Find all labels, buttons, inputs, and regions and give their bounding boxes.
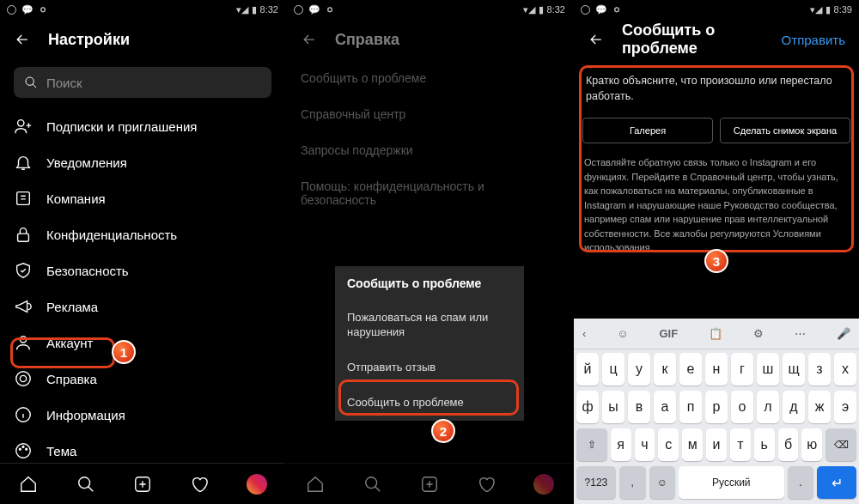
key-letter[interactable]: ц <box>602 353 624 386</box>
page-title: Сообщить о проблеме <box>622 21 765 58</box>
send-button[interactable]: Отправить <box>782 33 845 47</box>
back-icon[interactable] <box>14 31 31 48</box>
key-letter[interactable]: м <box>682 428 703 461</box>
user-plus-icon <box>14 117 33 136</box>
back-icon[interactable] <box>301 31 318 48</box>
key-space[interactable]: Русский <box>679 466 783 499</box>
key-letter[interactable]: о <box>731 391 753 423</box>
svg-point-6 <box>20 375 26 381</box>
heart-icon[interactable] <box>476 474 497 495</box>
key-letter[interactable]: ы <box>602 391 624 423</box>
key-letter[interactable]: ф <box>576 391 599 423</box>
key-letter[interactable]: ш <box>757 353 779 386</box>
key-letter[interactable]: з <box>808 353 831 386</box>
key-letter[interactable]: и <box>706 428 727 461</box>
key-letter[interactable]: й <box>576 353 599 386</box>
building-icon <box>14 189 33 208</box>
key-letter[interactable]: ж <box>808 391 831 423</box>
help-item-requests[interactable]: Запросы поддержки <box>287 132 572 168</box>
key-comma[interactable]: , <box>619 466 646 499</box>
help-icon <box>14 369 33 388</box>
popup-spam[interactable]: Пожаловаться на спам или нарушения <box>335 301 524 350</box>
menu-info[interactable]: Информация <box>0 397 285 433</box>
menu-privacy[interactable]: Конфиденциальность <box>0 216 285 252</box>
menu-notifications[interactable]: Уведомления <box>0 144 285 180</box>
page-title: Справка <box>335 31 558 49</box>
report-description: Оставляйте обратную связь только о Insta… <box>582 152 850 258</box>
key-letter[interactable]: у <box>628 353 650 386</box>
badge-3: 3 <box>704 249 728 273</box>
kb-settings-icon[interactable]: ⚙ <box>753 327 764 340</box>
menu-subscriptions[interactable]: Подписки и приглашения <box>0 108 285 144</box>
kb-chevron-icon[interactable]: ‹ <box>582 327 586 340</box>
keyboard[interactable]: ‹ ☺ GIF 📋 ⚙ ⋯ 🎤 йцукенгшщзх фывапролджэ … <box>574 319 859 504</box>
statusbar: 💬⭘ ▾◢▮8:32 <box>0 0 285 19</box>
key-letter[interactable]: г <box>731 353 753 386</box>
key-shift[interactable]: ⇧ <box>576 428 607 461</box>
home-icon[interactable] <box>305 474 326 495</box>
gallery-button[interactable]: Галерея <box>582 118 713 143</box>
profile-icon[interactable] <box>247 474 267 495</box>
key-letter[interactable]: х <box>834 353 856 386</box>
phone-report: 💬⭘ ▾◢▮8:39 Сообщить о проблеме Отправить… <box>574 0 859 504</box>
svg-point-1 <box>18 120 24 126</box>
popup-feedback[interactable]: Отправить отзыв <box>335 350 524 386</box>
key-letter[interactable]: э <box>834 391 856 423</box>
kb-gif-icon[interactable]: GIF <box>660 327 679 340</box>
key-letter[interactable]: р <box>705 391 728 423</box>
key-letter[interactable]: к <box>654 353 676 386</box>
key-letter[interactable]: т <box>730 428 751 461</box>
profile-icon[interactable] <box>533 474 554 495</box>
key-letter[interactable]: е <box>679 353 702 386</box>
key-letter[interactable]: ч <box>635 428 655 461</box>
key-letter[interactable]: а <box>654 391 676 423</box>
search-input[interactable]: Поиск <box>14 67 271 98</box>
menu-account[interactable]: Аккаунт <box>0 325 285 361</box>
back-icon[interactable] <box>588 31 605 48</box>
menu-security[interactable]: Безопасность <box>0 252 285 288</box>
menu-theme[interactable]: Тема <box>0 433 285 463</box>
kb-mic-icon[interactable]: 🎤 <box>837 327 850 340</box>
settings-content: Поиск Подписки и приглашения Уведомления… <box>0 60 285 463</box>
key-letter[interactable]: л <box>757 391 779 423</box>
key-letter[interactable]: ь <box>754 428 775 461</box>
kb-sticker-icon[interactable]: ☺ <box>617 327 628 340</box>
heart-icon[interactable] <box>189 474 210 495</box>
kb-clipboard-icon[interactable]: 📋 <box>709 327 722 340</box>
popup-title: Сообщить о проблеме <box>335 266 524 301</box>
badge-1: 1 <box>112 340 136 364</box>
key-letter[interactable]: н <box>705 353 728 386</box>
key-letter[interactable]: в <box>628 391 650 423</box>
kb-more-icon[interactable]: ⋯ <box>795 327 806 340</box>
key-letter[interactable]: п <box>679 391 702 423</box>
clock: 8:32 <box>260 4 278 15</box>
key-emoji[interactable]: ☺ <box>649 466 676 499</box>
bottom-nav <box>287 463 572 504</box>
key-backspace[interactable]: ⌫ <box>825 428 856 461</box>
home-icon[interactable] <box>18 474 39 495</box>
popup-report[interactable]: Сообщить о проблеме <box>335 386 524 421</box>
help-item-center[interactable]: Справочный центр <box>287 96 572 132</box>
key-letter[interactable]: д <box>783 391 805 423</box>
menu-company[interactable]: Компания <box>0 180 285 216</box>
create-icon[interactable] <box>419 474 440 495</box>
key-period[interactable]: . <box>788 466 814 499</box>
help-item-privacy[interactable]: Помощь: конфиденциальность и безопасност… <box>287 168 572 218</box>
chat-icon: 💬 <box>21 4 34 15</box>
header: Настройки <box>0 19 285 60</box>
menu-help[interactable]: Справка <box>0 361 285 397</box>
key-numbers[interactable]: ?123 <box>576 466 616 499</box>
key-letter[interactable]: б <box>778 428 799 461</box>
key-letter[interactable]: щ <box>783 353 805 386</box>
screenshot-button[interactable]: Сделать снимок экрана <box>720 118 850 143</box>
key-letter[interactable]: я <box>611 428 631 461</box>
menu-ads[interactable]: Реклама <box>0 288 285 325</box>
search-icon[interactable] <box>76 474 96 495</box>
key-letter[interactable]: ю <box>801 428 822 461</box>
key-letter[interactable]: с <box>658 428 679 461</box>
key-enter[interactable]: ↵ <box>817 466 856 499</box>
svg-point-11 <box>26 448 27 450</box>
help-item-report[interactable]: Сообщить о проблеме <box>287 60 572 96</box>
create-icon[interactable] <box>132 474 153 495</box>
search-icon[interactable] <box>362 474 383 495</box>
